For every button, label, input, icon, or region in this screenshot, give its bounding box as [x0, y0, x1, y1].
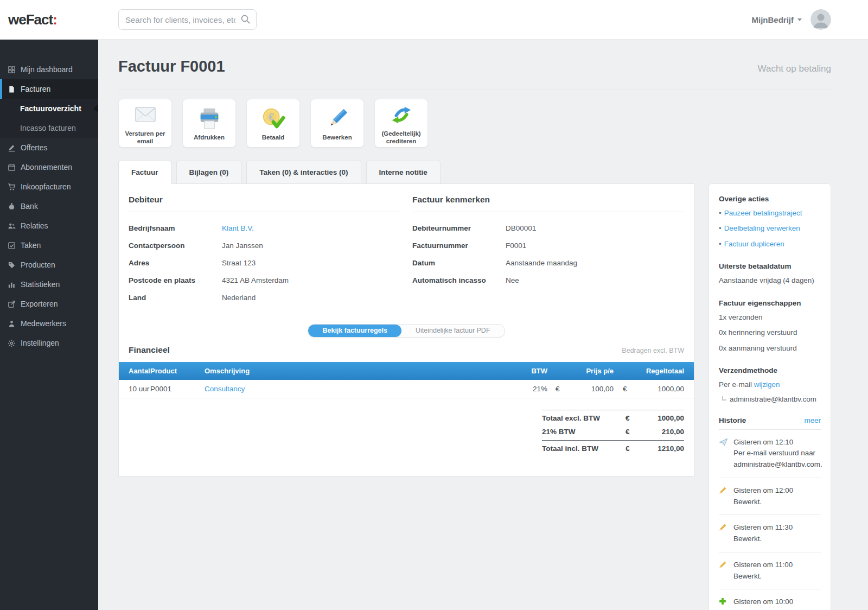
betaaldatum-heading: Uiterste betaaldatum	[719, 262, 821, 270]
sidebar-item-label: Medewerkers	[21, 319, 66, 328]
sidebar-item-factuuroverzicht[interactable]: Factuuroverzicht	[0, 99, 98, 118]
toggle-factuurregels[interactable]: Bekijk factuurregels	[308, 325, 401, 337]
col-prijs: Prijs p/e	[565, 362, 614, 380]
pause-payment-link[interactable]: Pauzeer betalingstraject	[724, 209, 802, 217]
tab-interne-notitie[interactable]: Interne notitie	[366, 161, 441, 184]
invoice-lines-table: Aantal Product Omschrijving BTW Prijs p/…	[119, 362, 694, 398]
sidebar-item-instellingen[interactable]: Instellingen	[0, 333, 98, 353]
cell-currency: €	[614, 380, 633, 398]
credit-button[interactable]: (Gedeeltelijk) crediteren	[374, 99, 428, 148]
verzendmethode-heading: Verzendmethode	[719, 366, 821, 374]
global-search	[118, 9, 257, 30]
field-debiteurnummer: Debiteurnummer DB00001	[412, 223, 684, 235]
action-label: Versturen per email	[119, 129, 171, 145]
sidebar-item-inkoopfacturen[interactable]: Inkoopfacturen	[0, 177, 98, 196]
sidebar-item-abonnementen[interactable]: Abonnementen	[0, 157, 98, 177]
search-icon[interactable]	[240, 14, 251, 27]
print-button[interactable]: Afdrukken	[182, 99, 236, 148]
sidebar-item-medewerkers[interactable]: Medewerkers	[0, 314, 98, 333]
sidebar-item-relaties[interactable]: Relaties	[0, 216, 98, 236]
historie-more-link[interactable]: meer	[804, 416, 821, 424]
corner-icon	[722, 396, 726, 401]
pencil-icon	[325, 105, 350, 132]
tab-taken-interacties[interactable]: Taken (0) & interacties (0)	[246, 161, 361, 184]
quote-pen-icon	[8, 144, 21, 152]
bar-chart-icon	[8, 281, 21, 289]
cart-icon	[8, 183, 21, 191]
col-aantal: Aantal	[119, 362, 150, 380]
sidebar-subsection-facturen: Factuuroverzicht Incasso facturen	[0, 99, 98, 138]
status-badge: Wacht op betaling	[758, 63, 831, 74]
verzendmethode-section: Verzendmethode Per e-mail wijzigen admin…	[719, 366, 821, 403]
sidebar-item-label: Incasso facturen	[20, 124, 76, 132]
tab-bijlagen[interactable]: Bijlagen (0)	[176, 161, 242, 184]
cell-aantal: 10 uur	[119, 380, 150, 398]
chevron-down-icon	[797, 18, 802, 23]
col-btw: BTW	[507, 362, 547, 380]
recipient-email: administratie@klantbv.com	[730, 395, 816, 403]
tab-factuur[interactable]: Factuur	[118, 161, 171, 184]
btw-note: Bedragen excl. BTW	[622, 347, 684, 354]
aanmaning-count: 0x aanmaning verstuurd	[719, 343, 821, 353]
edit-pencil-icon	[719, 485, 733, 508]
sidebar-item-bank[interactable]: Bank	[0, 196, 98, 216]
historie-heading: Historie	[719, 416, 746, 424]
send-email-button[interactable]: Versturen per email	[118, 99, 172, 148]
col-omschrijving: Omschrijving	[205, 362, 507, 380]
partial-payment-link[interactable]: Deelbetaling verwerken	[724, 224, 800, 232]
moneybag-icon	[8, 202, 21, 211]
kenmerken-heading: Factuur kenmerken	[412, 195, 684, 212]
sidebar-item-statistieken[interactable]: Statistieken	[0, 275, 98, 294]
sidebar-item-incasso-facturen[interactable]: Incasso facturen	[0, 118, 98, 138]
export-icon	[8, 300, 21, 308]
sidebar-item-label: Statistieken	[21, 280, 60, 289]
field-land: Land Nederland	[129, 292, 400, 304]
field-contactpersoon: Contactpersoon Jan Janssen	[129, 240, 400, 252]
product-link[interactable]: Consultancy	[205, 385, 245, 393]
action-label: Afdrukken	[191, 132, 227, 141]
gear-icon	[8, 339, 21, 347]
sidebar-item-label: Exporteren	[21, 300, 58, 308]
search-input[interactable]	[118, 9, 257, 30]
mark-paid-button[interactable]: € Betaald	[246, 99, 300, 148]
eigenschappen-section: Factuur eigenschappen 1x verzonden 0x he…	[719, 299, 821, 353]
cell-btw: 21%	[507, 380, 547, 398]
wefact-logo[interactable]: weFact:	[8, 11, 57, 28]
sidebar-item-offertes[interactable]: Offertes	[0, 138, 98, 157]
table-header-row: Aantal Product Omschrijving BTW Prijs p/…	[119, 362, 694, 380]
col-currency	[614, 362, 633, 380]
sidebar-item-exporteren[interactable]: Exporteren	[0, 294, 98, 314]
sidebar-item-taken[interactable]: Taken	[0, 236, 98, 255]
verzendmethode-row: Per e-mail wijzigen	[719, 379, 821, 390]
history-time: Gisteren om 12:00	[733, 485, 821, 497]
sidebar-item-label: Abonnementen	[21, 163, 72, 171]
task-check-icon	[8, 242, 21, 250]
sidebar: Mijn dashboard Facturen Factuuroverzicht…	[0, 40, 98, 610]
field-adres: Adres Straat 123	[129, 257, 400, 270]
main-content: Factuur F0001 Wacht op betaling Versture…	[98, 40, 868, 610]
client-link[interactable]: Klant B.V.	[222, 223, 254, 235]
envelope-icon	[133, 101, 158, 129]
field-datum: Datum Aanstaande maandag	[412, 257, 684, 270]
cell-prijs: 100,00	[565, 380, 614, 398]
table-row: 10 uur P0001 Consultancy 21% € 100,00 € …	[119, 380, 694, 398]
edit-button[interactable]: Bewerken	[310, 99, 364, 148]
duplicate-invoice-link[interactable]: Factuur dupliceren	[724, 240, 784, 248]
change-method-link[interactable]: wijzigen	[754, 380, 780, 389]
eigenschappen-heading: Factuur eigenschappen	[719, 299, 821, 307]
account-menu[interactable]: MijnBedrijf	[752, 9, 868, 30]
pause-payment-row: •Pauzeer betalingstraject	[719, 208, 821, 218]
edit-pencil-icon	[719, 522, 733, 545]
avatar[interactable]	[810, 9, 831, 30]
sidebar-item-mijn-dashboard[interactable]: Mijn dashboard	[0, 60, 98, 79]
history-text: Bewerkt.	[733, 533, 821, 545]
history-text: Aangemaakt.	[733, 608, 821, 610]
sidebar-item-producten[interactable]: Producten	[0, 255, 98, 275]
col-currency	[547, 362, 565, 380]
sidebar-item-facturen[interactable]: Facturen	[0, 79, 98, 99]
toggle-factuur-pdf[interactable]: Uiteindelijke factuur PDF	[401, 325, 505, 337]
recipient-email-row: administratie@klantbv.com	[719, 395, 821, 403]
history-entry: Gisteren om 10:00 Aangemaakt.	[719, 589, 821, 610]
people-icon	[8, 222, 21, 230]
page-title: Factuur F0001	[118, 59, 225, 74]
